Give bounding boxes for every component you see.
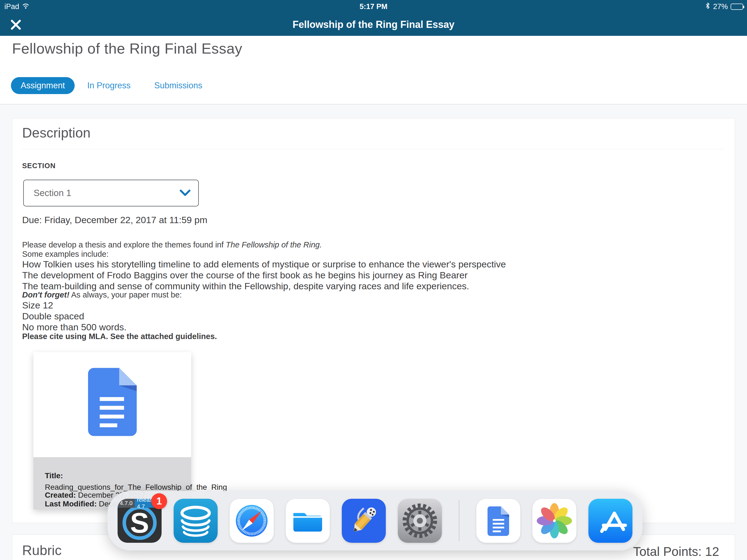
chevron-down-icon [180, 189, 190, 198]
description-line: Double spaced [22, 311, 84, 322]
section-dropdown-value: Section 1 [34, 180, 71, 206]
page-title: Fellowship of the Ring Final Essay [12, 40, 242, 57]
tab-submissions[interactable]: Submissions [154, 77, 202, 94]
screen: iPad 5:17 PM 27% Fellowship of [0, 0, 747, 560]
total-points: Total Points: 12 [633, 544, 719, 559]
bluetooth-icon [705, 2, 711, 11]
battery-percent: 27% [713, 2, 728, 11]
close-icon[interactable] [10, 19, 22, 31]
rings-app-icon[interactable] [174, 499, 217, 543]
status-bar: iPad 5:17 PM 27% [0, 0, 747, 13]
description-line: Please develop a thesis and explore the … [22, 240, 322, 249]
status-time: 5:17 PM [0, 0, 747, 13]
settings-icon[interactable] [398, 499, 442, 543]
description-line: The development of Frodo Baggins over th… [22, 270, 468, 281]
section-dropdown[interactable]: Section 1 [23, 180, 199, 206]
description-line: How Tolkien uses his storytelling timeli… [22, 259, 506, 270]
attachment-card[interactable]: Title: Reading_questions_for_The_Fellows… [33, 352, 191, 509]
svg-text:S: S [130, 507, 149, 539]
attachment-preview [33, 352, 191, 457]
description-line: Some examples include: [22, 250, 108, 259]
rubric-heading: Rubric [22, 542, 61, 558]
attachment-title-value: Reading_questions_for_The_Fellowship_of_… [45, 483, 227, 492]
dock: S 4.7.0 release 4.7 1 [107, 491, 643, 551]
battery-icon [730, 4, 743, 10]
tab-assignment[interactable]: Assignment [11, 77, 75, 94]
due-date: Due: Friday, December 22, 2017 at 11:59 … [22, 215, 207, 225]
safari-icon[interactable] [230, 499, 274, 543]
tab-bar: Assignment In Progress Submissions [0, 77, 747, 94]
description-line: Please cite using MLA. See the attached … [22, 332, 217, 341]
google-docs-icon[interactable] [476, 499, 520, 543]
tab-in-progress[interactable]: In Progress [87, 77, 131, 94]
dock-divider [459, 500, 459, 541]
schoology-app-icon[interactable]: S 4.7.0 release 4.7 1 [118, 499, 162, 543]
description-card: Description SECTION Section 1 Due: Frida… [12, 118, 735, 523]
nav-bar: Fellowship of the Ring Final Essay [0, 13, 747, 36]
files-icon[interactable] [286, 499, 330, 543]
notability-icon[interactable] [342, 499, 386, 543]
attachment-title-label: Title: [45, 472, 63, 480]
heading-divider [22, 149, 725, 149]
notification-badge: 1 [151, 493, 167, 509]
photos-icon[interactable] [532, 499, 576, 543]
description-line: No more than 500 words. [22, 322, 127, 332]
description-line: Don't forget! As always, your paper must… [22, 290, 182, 299]
app-store-icon[interactable] [588, 499, 633, 543]
description-line: The team-building and sense of community… [22, 281, 469, 291]
nav-title: Fellowship of the Ring Final Essay [0, 13, 747, 36]
section-label: SECTION [22, 161, 56, 170]
description-heading: Description [22, 125, 91, 141]
google-docs-file-icon [88, 364, 137, 441]
description-line: Size 12 [22, 300, 53, 311]
